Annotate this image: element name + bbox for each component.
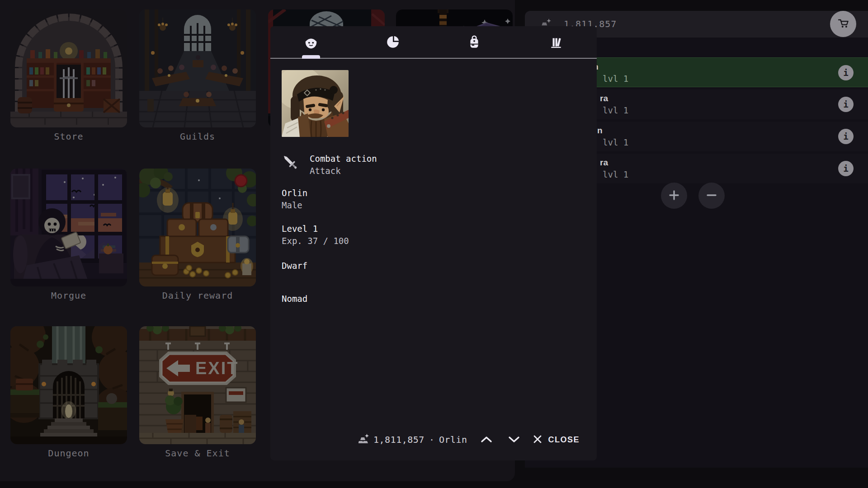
plus-icon [668, 189, 680, 202]
shop-row-level: lvl 1 [603, 137, 628, 147]
modal-tab-bar [270, 26, 597, 59]
shop-row-name: ra [600, 158, 608, 168]
gold-ingots-icon [359, 433, 369, 446]
combat-action-block: Combat action Attack [282, 153, 377, 177]
modal-footer: 1,811,857 · Orlin CLOSE [359, 432, 580, 448]
tile-save-exit[interactable]: EXIT Save & Exit [139, 326, 256, 459]
remove-button[interactable] [698, 183, 725, 209]
name-block: Orlin Male [282, 187, 307, 211]
info-button[interactable]: i [838, 161, 854, 176]
character-portrait [282, 70, 349, 137]
close-button-label: CLOSE [548, 435, 580, 445]
sword-icon [282, 154, 300, 177]
dungeon-image [10, 326, 127, 444]
tile-daily-reward-label: Daily reward [139, 290, 256, 301]
shop-row-level: lvl 1 [603, 169, 628, 179]
guilds-image [139, 9, 256, 127]
footer-separator: · [429, 434, 434, 445]
chevron-down-icon [508, 435, 520, 445]
info-button[interactable]: i [838, 129, 854, 144]
info-button[interactable]: i [838, 97, 854, 112]
morgue-image [10, 169, 127, 286]
prev-character-button[interactable] [478, 432, 495, 447]
info-icon: i [843, 68, 848, 78]
info-icon: i [843, 131, 848, 141]
shop-row-name: ra [600, 94, 608, 103]
library-icon [549, 35, 563, 51]
character-modal: Combat action Attack Orlin Male Level 1 … [270, 26, 597, 460]
tab-inventory[interactable] [434, 26, 515, 59]
tile-morgue-label: Morgue [10, 290, 127, 301]
tab-character[interactable] [270, 26, 352, 59]
face-icon [304, 35, 318, 51]
info-button[interactable]: i [838, 65, 854, 80]
cart-button[interactable] [830, 11, 856, 37]
character-name: Orlin [282, 187, 307, 199]
combat-action-title: Combat action [310, 153, 377, 165]
combat-action-value: Attack [310, 165, 377, 177]
pie-chart-icon [386, 35, 400, 51]
next-character-button[interactable] [505, 432, 523, 447]
daily-reward-image [139, 169, 256, 286]
footer-amount: 1,811,857 [373, 434, 425, 445]
shop-row-level: lvl 1 [603, 74, 628, 84]
character-race: Dwarf [282, 260, 307, 272]
tile-guilds[interactable]: Guilds [139, 9, 256, 142]
info-icon: i [843, 164, 848, 174]
tile-guilds-label: Guilds [139, 131, 256, 142]
game-screen: Store [0, 0, 868, 488]
character-level: Level 1 [282, 223, 349, 235]
shop-row-name: n [597, 126, 603, 136]
tile-save-exit-label: Save & Exit [139, 448, 256, 459]
tile-daily-reward[interactable]: Daily reward [139, 169, 256, 301]
level-block: Level 1 Exp. 37 / 100 [282, 223, 349, 247]
tab-stats[interactable] [352, 26, 434, 59]
character-class: Nomad [282, 293, 307, 305]
tile-morgue[interactable]: Morgue [10, 169, 127, 301]
minus-icon [706, 189, 717, 202]
add-button[interactable] [661, 183, 687, 209]
character-exp: Exp. 37 / 100 [282, 235, 349, 247]
exit-sign-text: EXIT [195, 359, 239, 378]
active-tab-indicator [302, 55, 320, 59]
backpack-icon [467, 35, 481, 51]
x-icon [533, 434, 542, 446]
tile-dungeon-label: Dungeon [10, 448, 127, 459]
save-exit-image: EXIT [139, 326, 256, 444]
shopping-cart-icon [836, 18, 850, 31]
store-image [10, 9, 127, 127]
character-gender: Male [282, 199, 307, 211]
shop-row-level: lvl 1 [603, 105, 628, 115]
close-button[interactable]: CLOSE [533, 434, 580, 446]
tab-library[interactable] [515, 26, 597, 59]
info-icon: i [843, 99, 848, 109]
tile-dungeon[interactable]: Dungeon [10, 326, 127, 459]
tile-store[interactable]: Store [10, 9, 127, 142]
chevron-up-icon [480, 435, 493, 445]
footer-owner-name: Orlin [439, 434, 467, 445]
tile-store-label: Store [10, 131, 127, 142]
footer-balance: 1,811,857 · Orlin [359, 433, 467, 446]
